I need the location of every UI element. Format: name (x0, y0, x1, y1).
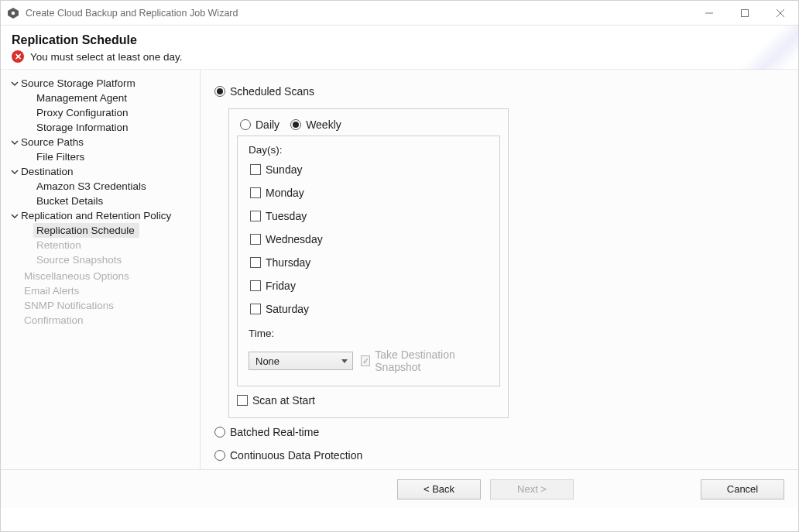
wizard-footer: < Back Next > Cancel (1, 469, 798, 508)
tree-item-email-alerts: Email Alerts (21, 283, 200, 298)
minimize-button[interactable] (691, 1, 727, 26)
day-label: Tuesday (266, 210, 307, 222)
next-button-label: Next > (517, 483, 547, 495)
time-select[interactable]: None (249, 352, 353, 370)
tree-group-label: Destination (21, 166, 74, 177)
day-sunday[interactable]: Sunday (250, 163, 489, 176)
day-label: Thursday (266, 256, 310, 269)
scan-at-start[interactable]: Scan at Start (237, 394, 500, 407)
checkbox-icon (250, 257, 261, 268)
tree-item-proxy-configuration[interactable]: Proxy Configuration (33, 105, 200, 120)
page-title: Replication Schedule (12, 33, 787, 47)
checkbox-icon (250, 280, 261, 291)
tree-item-amazon-s3-credentials[interactable]: Amazon S3 Credentials (33, 179, 200, 194)
chevron-down-icon (9, 80, 21, 88)
checkbox-icon (250, 234, 261, 245)
close-button[interactable] (763, 1, 798, 26)
freq-weekly-label: Weekly (306, 118, 341, 131)
back-button-label: < Back (424, 483, 454, 495)
checkbox-icon (250, 187, 261, 198)
maximize-button[interactable] (727, 1, 763, 26)
radio-icon (240, 119, 251, 130)
day-wednesday[interactable]: Wednesday (250, 233, 489, 245)
chevron-down-icon (9, 212, 21, 220)
radio-icon (214, 427, 225, 438)
chevron-down-icon (9, 168, 21, 176)
schedule-settings-panel: Scheduled Scans Daily Weekly Day(s): (201, 70, 798, 469)
tree-group-source-paths[interactable]: Source Paths (7, 135, 200, 149)
validation-message: ✕ You must select at least one day. (12, 50, 787, 63)
chevron-down-icon (341, 359, 348, 363)
mode-cdp-label: Continuous Data Protection (230, 449, 362, 462)
chevron-down-icon (9, 139, 21, 146)
day-label: Monday (266, 187, 304, 199)
tree-item-miscellaneous-options: Miscellaneous Options (21, 269, 200, 283)
scheduled-scans-fieldset: Daily Weekly Day(s): Sunday Monday Tuesd… (228, 108, 509, 418)
tree-item-management-agent[interactable]: Management Agent (33, 91, 200, 105)
day-label: Friday (266, 280, 296, 292)
tree-item-snmp-notifications: SNMP Notifications (21, 298, 200, 313)
checkbox-icon (361, 355, 371, 366)
tree-group-source-storage-platform[interactable]: Source Storage Platform (7, 76, 200, 91)
validation-text: You must select at least one day. (30, 51, 183, 63)
time-select-value: None (255, 355, 279, 367)
freq-daily-label: Daily (255, 118, 279, 131)
time-label: Time: (249, 328, 489, 339)
mode-batched-label: Batched Real-time (230, 426, 319, 438)
tree-group-label: Replication and Retention Policy (21, 210, 171, 221)
checkbox-icon (250, 304, 261, 314)
window-controls (691, 1, 798, 26)
title-bar: Create Cloud Backup and Replication Job … (1, 1, 798, 26)
next-button: Next > (490, 479, 574, 499)
error-icon: ✕ (12, 50, 24, 63)
day-tuesday[interactable]: Tuesday (250, 210, 489, 222)
tree-group-label: Source Paths (21, 136, 84, 148)
page-header: Replication Schedule ✕ You must select a… (1, 26, 798, 69)
tree-group-replication-retention-policy[interactable]: Replication and Retention Policy (7, 208, 200, 223)
day-monday[interactable]: Monday (250, 187, 489, 199)
checkbox-icon (237, 395, 248, 406)
tree-item-file-filters[interactable]: File Filters (33, 149, 200, 164)
day-label: Saturday (266, 303, 309, 315)
checkbox-icon (250, 211, 261, 221)
take-destination-snapshot: Take Destination Snapshot (361, 348, 489, 373)
tree-item-source-snapshots: Source Snapshots (33, 252, 200, 267)
tree-item-bucket-details[interactable]: Bucket Details (33, 194, 200, 208)
checkbox-icon (250, 164, 261, 175)
window-title: Create Cloud Backup and Replication Job … (26, 8, 691, 19)
cancel-button[interactable]: Cancel (701, 479, 784, 499)
mode-batched-real-time[interactable]: Batched Real-time (214, 426, 784, 438)
tree-group-label: Source Storage Platform (21, 77, 135, 89)
tree-item-replication-schedule[interactable]: Replication Schedule (33, 223, 139, 238)
wizard-body: Source Storage Platform Management Agent… (1, 69, 798, 469)
cancel-button-label: Cancel (727, 483, 758, 495)
svg-rect-3 (742, 9, 749, 16)
day-saturday[interactable]: Saturday (250, 303, 489, 315)
wizard-steps-tree: Source Storage Platform Management Agent… (1, 70, 201, 469)
tree-item-confirmation: Confirmation (21, 313, 200, 328)
radio-icon (290, 119, 301, 130)
snapshot-label: Take Destination Snapshot (375, 348, 489, 373)
mode-scheduled-label: Scheduled Scans (230, 85, 314, 98)
tree-group-destination[interactable]: Destination (7, 164, 200, 179)
day-thursday[interactable]: Thursday (250, 256, 489, 269)
mode-continuous-data-protection[interactable]: Continuous Data Protection (214, 449, 784, 462)
svg-point-1 (12, 11, 15, 14)
mode-scheduled-scans[interactable]: Scheduled Scans (214, 85, 784, 98)
freq-daily[interactable]: Daily (240, 118, 279, 131)
day-friday[interactable]: Friday (250, 280, 489, 292)
tree-item-retention: Retention (33, 238, 200, 252)
radio-icon (214, 450, 225, 461)
day-label: Wednesday (266, 233, 323, 245)
scan-at-start-label: Scan at Start (252, 394, 315, 407)
days-label: Day(s): (249, 144, 489, 156)
back-button[interactable]: < Back (397, 479, 481, 499)
day-label: Sunday (266, 163, 302, 176)
days-fieldset: Day(s): Sunday Monday Tuesday Wednesday … (237, 136, 500, 386)
app-icon (7, 7, 19, 19)
tree-item-storage-information[interactable]: Storage Information (33, 120, 200, 135)
radio-icon (214, 86, 225, 97)
freq-weekly[interactable]: Weekly (290, 118, 341, 131)
